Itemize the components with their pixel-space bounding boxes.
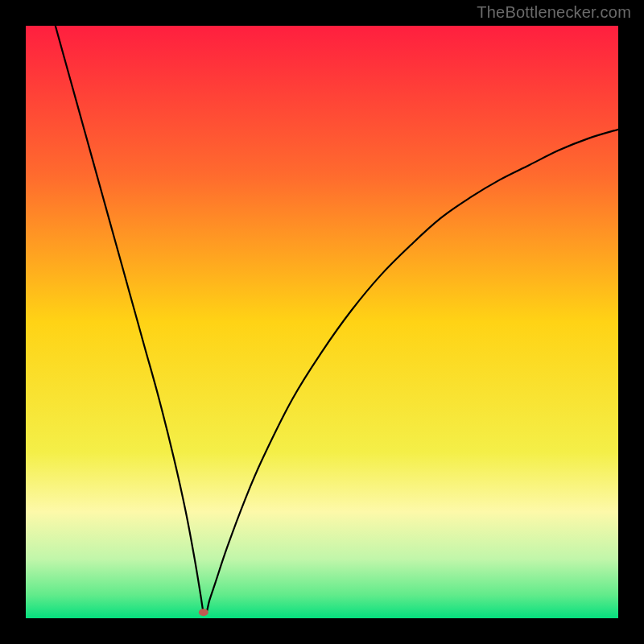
plot-area	[26, 26, 618, 618]
marker-dot	[199, 609, 208, 616]
chart-svg	[26, 26, 618, 618]
watermark-text: TheBottlenecker.com	[477, 3, 631, 22]
gradient-background	[26, 26, 618, 618]
chart-container: TheBottlenecker.com	[0, 0, 644, 644]
